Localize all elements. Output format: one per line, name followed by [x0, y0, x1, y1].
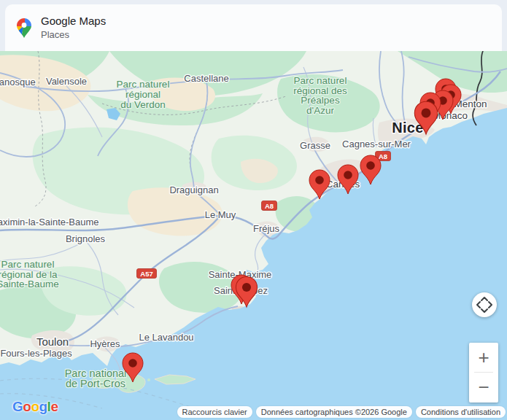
map-label: Valensole: [46, 76, 87, 87]
map-label: Toulon: [36, 335, 69, 348]
google-logo[interactable]: Google: [12, 399, 58, 415]
map-canvas[interactable]: A8A8A57 ManosqueValensoleCastellaneParc …: [0, 51, 507, 420]
google-logo-letter: o: [23, 399, 31, 414]
pan-control[interactable]: [472, 292, 497, 317]
map-label: Castellane: [184, 73, 228, 84]
map-label: Brignoles: [66, 233, 106, 244]
google-maps-pin-icon: [17, 18, 31, 38]
embed-title: Google Maps: [41, 14, 106, 28]
svg-text:A8: A8: [379, 152, 387, 160]
terms-of-use-link[interactable]: Conditions d'utilisation: [416, 406, 506, 418]
svg-text:A57: A57: [140, 270, 152, 278]
map[interactable]: A8A8A57 ManosqueValensoleCastellaneParc …: [0, 51, 507, 420]
header-card: Google Maps Places: [5, 4, 502, 51]
google-logo-letter: o: [31, 399, 39, 414]
map-label: Le Muy: [205, 209, 236, 220]
pan-arrows-icon: [472, 292, 497, 317]
zoom-control: + −: [469, 343, 498, 402]
svg-text:A8: A8: [265, 202, 274, 210]
header-text: Google Maps Places: [41, 14, 106, 42]
google-logo-letter: G: [12, 399, 23, 414]
highway-shield: A57: [137, 269, 157, 279]
map-label: Grasse: [300, 140, 330, 151]
keyboard-shortcuts-link[interactable]: Raccourcis clavier: [177, 406, 252, 418]
map-data-attribution: Données cartographiques ©2026 Google: [256, 406, 412, 418]
map-label: Hyères: [90, 338, 120, 349]
zoom-out-button[interactable]: −: [469, 373, 498, 402]
map-label: Cagnes-sur-Mer: [342, 139, 411, 149]
map-label: Parc naturelrégional de laSainte-Baume: [0, 259, 59, 289]
highway-shield: A8: [262, 201, 277, 211]
attribution-bar: Raccourcis clavier Données cartographiqu…: [177, 406, 506, 418]
embed-header: Google Maps Places: [0, 0, 507, 51]
google-logo-letter: e: [50, 399, 58, 414]
map-label: Fréjus: [253, 223, 280, 234]
google-logo-letter: g: [39, 399, 47, 414]
map-label: Manosque: [0, 77, 36, 88]
map-label: Parc nationalde Port-Cros: [65, 368, 127, 389]
zoom-in-button[interactable]: +: [469, 343, 498, 372]
embed-subtitle: Places: [41, 28, 106, 42]
map-label: Draguignan: [169, 184, 218, 195]
map-label: Saint-Maximin-la-Sainte-Baume: [0, 217, 99, 228]
map-label: Six-Fours-les-Plages: [0, 348, 72, 359]
map-label: Le Lavandou: [139, 332, 193, 343]
